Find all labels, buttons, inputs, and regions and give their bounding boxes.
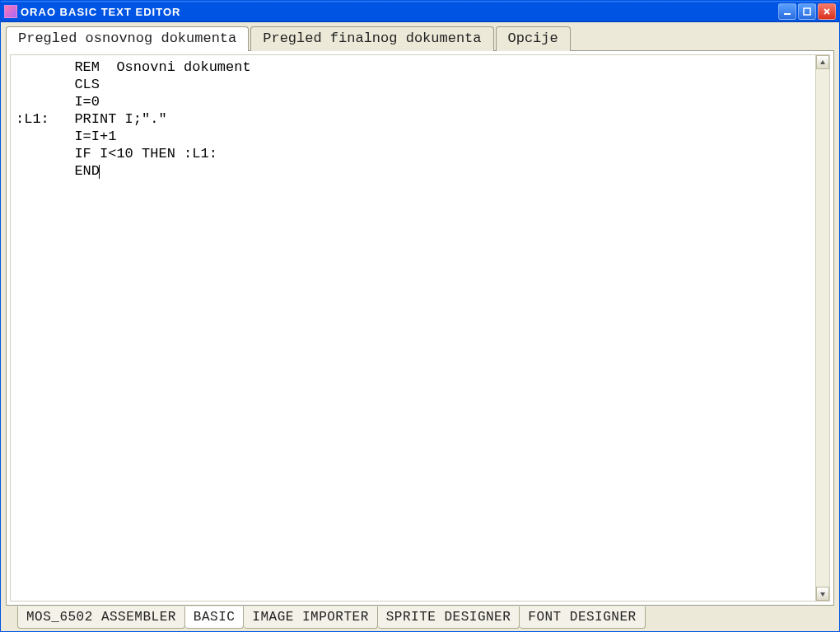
tab-label: BASIC [194,610,236,625]
maximize-button[interactable] [798,3,816,20]
svg-rect-1 [804,8,810,15]
tab-label: FONT DESIGNER [528,610,636,625]
tab-body: REM Osnovni dokument CLS I=0 :L1: PRINT … [6,50,834,606]
tab-label: Pregled osnovnog dokumenta [18,30,236,46]
vertical-scrollbar[interactable] [815,55,829,601]
window-title: ORAO BASIC TEXT EDITOR [21,6,778,18]
close-button[interactable] [818,3,836,20]
top-tabs: Pregled osnovnog dokumenta Pregled final… [6,26,834,50]
tab-label: MOS_6502 ASSEMBLER [26,610,176,625]
code-editor[interactable]: REM Osnovni dokument CLS I=0 :L1: PRINT … [11,55,829,183]
scroll-down-button[interactable] [816,587,829,601]
code-text: REM Osnovni dokument CLS I=0 :L1: PRINT … [16,59,251,179]
tab-label: IMAGE IMPORTER [252,610,368,625]
editor-container: REM Osnovni dokument CLS I=0 :L1: PRINT … [10,54,830,602]
app-icon [4,5,17,18]
scroll-up-button[interactable] [816,55,829,69]
tab-image-importer[interactable]: IMAGE IMPORTER [244,606,377,629]
client-area: Pregled osnovnog dokumenta Pregled final… [1,22,839,631]
tab-label: Opcije [508,30,558,46]
tab-assembler[interactable]: MOS_6502 ASSEMBLER [17,606,185,629]
tab-font-designer[interactable]: FONT DESIGNER [520,606,645,629]
window-controls [778,3,836,20]
tab-pregled-osnovnog[interactable]: Pregled osnovnog dokumenta [6,26,249,51]
tab-basic[interactable]: BASIC [185,606,245,629]
minimize-button[interactable] [778,3,796,20]
tab-opcije[interactable]: Opcije [496,26,571,51]
svg-rect-0 [784,13,791,15]
tab-label: SPRITE DESIGNER [386,610,511,625]
text-caret [99,165,100,179]
tab-pregled-finalnog[interactable]: Pregled finalnog dokumenta [250,26,493,51]
bottom-tabs: MOS_6502 ASSEMBLER BASIC IMAGE IMPORTER … [6,607,834,630]
tab-label: Pregled finalnog dokumenta [263,30,481,46]
window-titlebar: ORAO BASIC TEXT EDITOR [1,1,839,22]
scroll-track[interactable] [816,69,829,587]
tab-sprite-designer[interactable]: SPRITE DESIGNER [378,606,520,629]
